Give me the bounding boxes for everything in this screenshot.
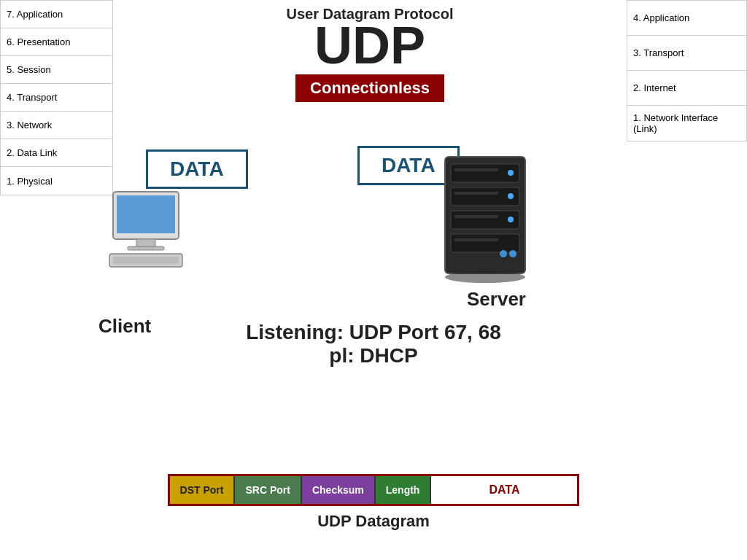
- data-cell: DATA: [431, 476, 577, 504]
- client-data-label: DATA: [170, 158, 224, 180]
- client-data-box: DATA: [146, 149, 248, 189]
- checksum-label: Checksum: [312, 484, 364, 496]
- server-icon: [430, 142, 540, 291]
- connectionless-badge: Connectionless: [295, 74, 444, 102]
- osi-right-label-2: 2. Internet: [633, 82, 676, 93]
- checksum-cell: Checksum: [302, 476, 376, 504]
- svg-point-15: [509, 250, 516, 257]
- osi-right-row-2: 2. Internet: [627, 71, 746, 106]
- svg-point-11: [508, 170, 514, 176]
- osi-right-table: 4. Application 3. Transport 2. Internet …: [627, 0, 747, 141]
- length-label: Length: [386, 484, 420, 496]
- osi-left-table: 7. Application 6. Presentation 5. Sessio…: [0, 0, 113, 195]
- svg-rect-18: [454, 215, 498, 218]
- osi-right-label-3: 3. Transport: [633, 47, 684, 58]
- svg-point-14: [500, 250, 507, 257]
- dst-port-cell: DST Port: [170, 476, 236, 504]
- svg-rect-17: [454, 192, 498, 195]
- svg-rect-19: [454, 238, 498, 241]
- osi-right-label-4: 4. Application: [633, 12, 689, 23]
- osi-left-label-6: 6. Presentation: [7, 36, 70, 47]
- osi-left-label-7: 7. Application: [7, 9, 63, 20]
- length-cell: Length: [376, 476, 432, 504]
- data-label: DATA: [489, 483, 519, 497]
- dhcp-text: pl: DHCP: [0, 344, 747, 368]
- osi-left-row-5: 5. Session: [1, 56, 112, 84]
- svg-rect-3: [128, 246, 164, 250]
- osi-left-label-1: 1. Physical: [7, 176, 53, 187]
- osi-left-row-2: 2. Data Link: [1, 139, 112, 167]
- svg-rect-5: [113, 257, 179, 264]
- svg-rect-10: [451, 234, 519, 252]
- title-area: User Datagram Protocol UDP Connectionles…: [113, 0, 627, 102]
- src-port-cell: SRC Port: [235, 476, 301, 504]
- server-info: Listening: UDP Port 67, 68 pl: DHCP: [0, 321, 747, 368]
- osi-right-row-1: 1. Network Interface (Link): [627, 106, 746, 141]
- osi-left-label-3: 3. Network: [7, 120, 52, 131]
- osi-left-label-4: 4. Transport: [7, 92, 57, 103]
- osi-left-row-4: 4. Transport: [1, 84, 112, 112]
- src-port-label: SRC Port: [245, 484, 290, 496]
- dst-port-label: DST Port: [180, 484, 224, 496]
- svg-rect-16: [454, 168, 498, 171]
- osi-right-label-1: 1. Network Interface (Link): [633, 112, 740, 134]
- osi-right-row-4: 4. Application: [627, 1, 746, 36]
- svg-point-12: [508, 193, 514, 199]
- client-computer-icon: [98, 188, 193, 275]
- osi-left-label-2: 2. Data Link: [7, 147, 57, 158]
- datagram-label: UDP Datagram: [317, 512, 430, 531]
- osi-left-row-3: 3. Network: [1, 112, 112, 139]
- svg-rect-1: [117, 195, 175, 233]
- osi-left-row-7: 7. Application: [1, 1, 112, 28]
- server-data-label: DATA: [382, 154, 436, 176]
- svg-point-13: [508, 217, 514, 222]
- svg-rect-2: [136, 239, 155, 246]
- osi-left-row-6: 6. Presentation: [1, 28, 112, 56]
- osi-left-row-1: 1. Physical: [1, 167, 112, 195]
- osi-left-label-5: 5. Session: [7, 64, 51, 75]
- listening-text: Listening: UDP Port 67, 68: [0, 321, 747, 344]
- svg-point-20: [445, 271, 525, 283]
- osi-right-row-3: 3. Transport: [627, 36, 746, 71]
- udp-acronym: UDP: [113, 19, 627, 71]
- datagram-frame: DST Port SRC Port Checksum Length DATA: [168, 474, 580, 506]
- datagram-area: DST Port SRC Port Checksum Length DATA U…: [0, 474, 747, 531]
- server-label: Server: [467, 288, 526, 311]
